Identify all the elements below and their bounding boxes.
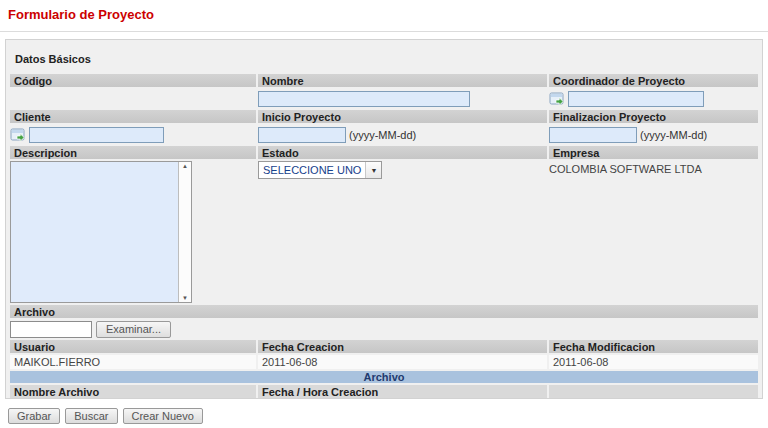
finalizacion-proyecto-input[interactable]	[549, 127, 637, 143]
archivo-file-input[interactable]	[10, 321, 92, 338]
empresa-cell: COLOMBIA SOFTWARE LTDA	[549, 161, 758, 303]
cliente-header: Cliente	[10, 110, 256, 123]
fecha-modificacion-header: Fecha Modificacion	[549, 340, 758, 353]
buscar-button[interactable]: Buscar	[65, 408, 117, 424]
cliente-cell	[10, 125, 256, 144]
finalizacion-proyecto-header: Finalizacion Proyecto	[549, 110, 758, 123]
archivo-section-header: Archivo	[10, 305, 758, 318]
estado-header: Estado	[258, 146, 547, 159]
inicio-date-format-hint: (yyyy-MM-dd)	[349, 129, 416, 141]
fecha-creacion-header: Fecha Creacion	[258, 340, 547, 353]
coordinador-lookup-icon[interactable]	[549, 91, 565, 107]
fecha-modificacion-value: 2011-06-08	[549, 355, 758, 369]
usuario-header: Usuario	[10, 340, 256, 353]
coordinador-cell	[549, 89, 758, 108]
archivo-file-row: Examinar...	[10, 320, 758, 338]
cliente-input[interactable]	[29, 127, 164, 143]
scroll-down-arrow-icon[interactable]: ▼	[182, 295, 188, 301]
estado-cell: SELECCIONE UNO ▼	[258, 161, 547, 303]
inicio-proyecto-cell: (yyyy-MM-dd)	[258, 125, 547, 144]
title-divider	[0, 31, 768, 32]
fecha-hora-creacion-header: Fecha / Hora Creacion	[258, 385, 547, 398]
coordinador-input[interactable]	[568, 91, 704, 107]
archivo-table-title-bar: Archivo	[10, 371, 758, 383]
finalizacion-date-format-hint: (yyyy-MM-dd)	[640, 129, 707, 141]
descripcion-cell: ▲ ▼	[10, 161, 256, 303]
descripcion-header: Descripcion	[10, 146, 256, 159]
coordinador-header: Coordinador de Proyecto	[549, 74, 758, 87]
form-grid: Código Nombre Coordinador de Proyecto Cl…	[10, 74, 758, 398]
codigo-cell	[10, 89, 256, 108]
fecha-creacion-value: 2011-06-08	[258, 355, 547, 369]
empresa-header: Empresa	[549, 146, 758, 159]
grabar-button[interactable]: Grabar	[8, 408, 60, 424]
project-form-panel: Datos Básicos Código Nombre Coordinador …	[5, 39, 763, 399]
estado-selected-value: SELECCIONE UNO	[259, 162, 365, 178]
empresa-value: COLOMBIA SOFTWARE LTDA	[549, 161, 702, 175]
estado-select[interactable]: SELECCIONE UNO ▼	[258, 161, 382, 179]
page-title: Formulario de Proyecto	[0, 0, 768, 22]
descripcion-textarea-wrap: ▲ ▼	[10, 161, 192, 303]
descripcion-scrollbar[interactable]: ▲ ▼	[178, 162, 191, 302]
finalizacion-proyecto-cell: (yyyy-MM-dd)	[549, 125, 758, 144]
usuario-value: MAIKOL.FIERRO	[10, 355, 256, 369]
crear-nuevo-button[interactable]: Crear Nuevo	[123, 408, 203, 424]
action-button-bar: Grabar Buscar Crear Nuevo	[8, 408, 768, 424]
inicio-proyecto-input[interactable]	[258, 127, 346, 143]
examinar-button[interactable]: Examinar...	[96, 321, 171, 338]
inicio-proyecto-header: Inicio Proyecto	[258, 110, 547, 123]
nombre-header: Nombre	[258, 74, 547, 87]
codigo-header: Código	[10, 74, 256, 87]
scroll-up-arrow-icon[interactable]: ▲	[182, 163, 188, 169]
nombre-cell	[258, 89, 547, 108]
section-title-datos-basicos: Datos Básicos	[10, 40, 758, 74]
chevron-down-icon: ▼	[365, 162, 381, 178]
nombre-archivo-header: Nombre Archivo	[10, 385, 256, 398]
archivo-header-spacer	[549, 385, 758, 398]
descripcion-textarea[interactable]	[11, 162, 178, 302]
nombre-input[interactable]	[258, 91, 470, 107]
cliente-lookup-icon[interactable]	[10, 127, 26, 143]
